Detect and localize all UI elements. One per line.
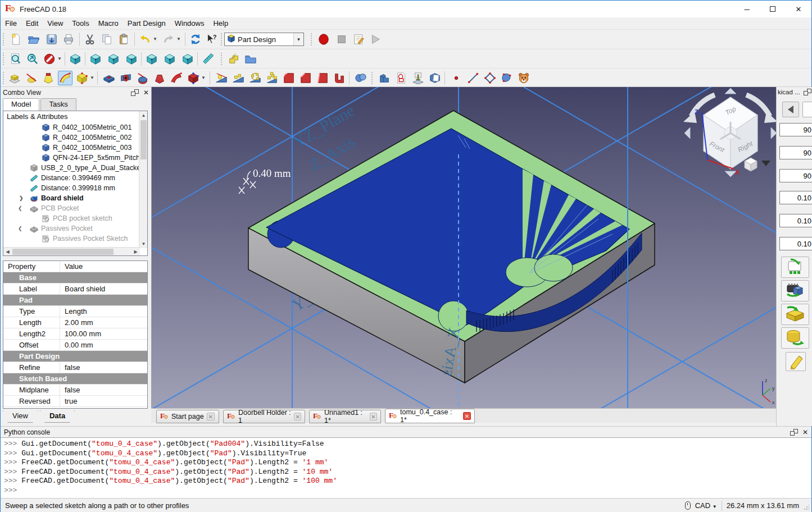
tab-tomu-case[interactable]: F⚙ tomu_0.4_case : 1* ✕: [385, 409, 475, 423]
sketch-shape-button[interactable]: [483, 71, 497, 85]
rear-view-button[interactable]: [144, 52, 159, 66]
close-panel-icon[interactable]: ✕: [802, 428, 808, 436]
additive-loft-button[interactable]: [41, 71, 56, 85]
property-row-refine[interactable]: Refinefalse: [3, 362, 147, 373]
resize-grip[interactable]: [804, 505, 809, 510]
tree-item[interactable]: PCB pocket sketch: [3, 213, 147, 223]
menu-edit[interactable]: Edit: [21, 18, 43, 29]
redo-dropdown[interactable]: ▼: [176, 36, 182, 42]
menu-help[interactable]: Help: [208, 18, 233, 29]
tab-view[interactable]: View: [3, 410, 38, 423]
property-group-sketch-based[interactable]: Sketch Based: [3, 373, 147, 385]
right-view-button[interactable]: [124, 52, 139, 66]
load-step-button[interactable]: [781, 304, 809, 325]
workbench-dropdown-arrow[interactable]: ▼: [293, 33, 303, 45]
property-row-reversed[interactable]: Reversedtrue: [3, 396, 147, 407]
property-row-offset[interactable]: Offset0.00 mm: [3, 340, 147, 351]
float-panel-icon[interactable]: [131, 89, 139, 96]
load-footprint-button[interactable]: [781, 257, 809, 278]
open-button[interactable]: [26, 32, 41, 47]
toolbar-grip[interactable]: [3, 72, 5, 84]
additive-primitive-button[interactable]: [75, 71, 89, 85]
left-view-button[interactable]: [180, 52, 195, 66]
sketch-point-button[interactable]: [449, 71, 464, 85]
thickness-button[interactable]: [332, 71, 347, 85]
menu-windows[interactable]: Windows: [170, 18, 209, 29]
whats-this-button[interactable]: ?: [204, 32, 219, 47]
property-row-length[interactable]: Length2.00 mm: [3, 317, 147, 328]
close-tab-icon[interactable]: ✕: [463, 412, 471, 420]
menu-part-design[interactable]: Part Design: [123, 18, 170, 29]
close-panel-icon[interactable]: ✕: [143, 89, 149, 97]
axonometric-view-button[interactable]: [68, 52, 83, 66]
offset-x-field[interactable]: [779, 191, 812, 204]
tree-item[interactable]: Distance: 0.399469 mm: [3, 173, 147, 183]
close-tab-icon[interactable]: ✕: [370, 413, 377, 420]
subtractive-dropdown[interactable]: ▼: [201, 75, 206, 80]
subtractive-primitive-button[interactable]: [186, 71, 201, 85]
boolean-button[interactable]: [353, 71, 368, 85]
property-row-type[interactable]: TypeLength: [3, 306, 147, 317]
create-sketch-button[interactable]: [394, 71, 409, 85]
tree-vertical-scrollbar[interactable]: ▲▼: [139, 111, 147, 248]
load-library-button[interactable]: [781, 327, 809, 349]
part-step-button[interactable]: [226, 52, 241, 66]
polar-pattern-button[interactable]: [248, 71, 262, 85]
property-row-length2[interactable]: Length2100.00 mm: [3, 328, 147, 340]
menu-macro[interactable]: Macro: [94, 18, 123, 29]
tree-item[interactable]: R_0402_1005Metric_002: [3, 132, 147, 143]
property-group-base[interactable]: Base: [3, 272, 147, 284]
paste-button[interactable]: [116, 32, 131, 47]
front-view-button[interactable]: [88, 52, 103, 66]
cut-button[interactable]: [83, 32, 97, 47]
property-group-part-design[interactable]: Part Design: [3, 351, 147, 362]
toolbar-grip[interactable]: [3, 33, 5, 45]
multitransform-button[interactable]: [265, 71, 279, 85]
top-view-button[interactable]: [106, 52, 121, 66]
undo-button[interactable]: [138, 32, 152, 47]
carbon-copy-dog-button[interactable]: [516, 71, 531, 85]
tab-data[interactable]: Data: [40, 410, 75, 423]
undo-dropdown[interactable]: ▼: [152, 36, 158, 42]
tree-item[interactable]: Distance: 0.399918 mm: [3, 183, 147, 193]
rotation-z-field[interactable]: [779, 169, 812, 182]
groove-button[interactable]: [135, 71, 150, 85]
toolbar-grip[interactable]: [221, 53, 223, 65]
menu-tools[interactable]: Tools: [67, 18, 93, 29]
tree-item-board-shield[interactable]: ❯Board shield: [3, 193, 147, 203]
copy-button[interactable]: [99, 32, 114, 47]
toolbar-grip[interactable]: [221, 33, 223, 45]
macro-execute-button[interactable]: [368, 32, 383, 47]
expand-arrow-icon[interactable]: ❯: [19, 195, 24, 201]
tree-item[interactable]: USB_2_0_type_A_Dual_Stacked_jac: [3, 163, 147, 173]
sketch-bspline-button[interactable]: [500, 71, 514, 85]
hole-button[interactable]: [119, 71, 133, 85]
toolbar-grip[interactable]: [3, 53, 5, 65]
fit-all-button[interactable]: [8, 52, 23, 66]
redo-button[interactable]: [161, 32, 176, 47]
kicad-back-button[interactable]: [782, 102, 799, 117]
macro-edit-button[interactable]: [351, 32, 366, 47]
new-document-button[interactable]: [8, 32, 23, 47]
close-tab-icon[interactable]: ✕: [207, 413, 215, 420]
draw-style-button[interactable]: [42, 52, 57, 66]
subtractive-loft-button[interactable]: [152, 71, 167, 85]
create-body-button[interactable]: [377, 71, 392, 85]
property-row-midplane[interactable]: Midplanefalse: [3, 385, 147, 396]
tree-item[interactable]: R_0402_1005Metric_003: [3, 143, 147, 153]
property-row-label[interactable]: LabelBoard shield: [3, 284, 147, 295]
map-sketch-button[interactable]: [411, 71, 425, 85]
tree-item[interactable]: Passives Pocket Sketch: [3, 234, 147, 244]
tree-item[interactable]: ❮PCB Pocket: [3, 203, 147, 213]
linear-pattern-button[interactable]: [231, 71, 246, 85]
open-folder-button[interactable]: [243, 52, 258, 66]
close-tab-icon[interactable]: ✕: [294, 413, 301, 420]
pad-button[interactable]: [7, 71, 22, 85]
rotation-y-field[interactable]: [779, 146, 812, 159]
draw-style-dropdown[interactable]: ▼: [57, 56, 62, 61]
close-button[interactable]: ✕: [786, 1, 811, 17]
float-panel-icon[interactable]: [790, 429, 798, 436]
workbench-selector[interactable]: Part Design ▼: [224, 33, 304, 46]
tree-item[interactable]: ❮Passives Pocket: [3, 223, 147, 234]
subtractive-sweep-button[interactable]: [169, 71, 184, 85]
